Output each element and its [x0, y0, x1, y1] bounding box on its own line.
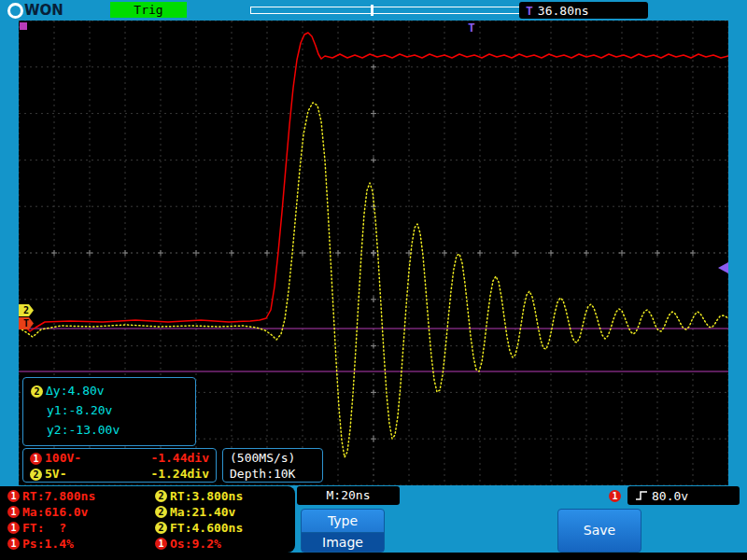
- owon-logo: WON: [7, 2, 63, 19]
- trigger-offset-icon: T: [526, 4, 533, 18]
- trigger-offset-value: 36.80ns: [538, 4, 589, 18]
- save-button[interactable]: Save: [557, 509, 641, 553]
- trigger-level-value: 80.0v: [652, 489, 688, 503]
- ch1-badge: 1: [7, 522, 20, 534]
- ch1-badge: 1: [30, 453, 42, 465]
- cursor-delta-value: Δy:4.80v: [46, 384, 105, 398]
- measure-ch1-rt: 1RT:7.800ns: [7, 488, 155, 504]
- measure-ch2-max: 2Ma:21.40v: [155, 504, 295, 520]
- ch2-badge: 2: [155, 522, 167, 534]
- measure-ch2-rt: 2RT:3.800ns: [155, 488, 295, 504]
- memory-window-bar: [250, 7, 523, 14]
- ch2-position: -1.24div: [150, 466, 209, 482]
- owon-logo-text: WON: [24, 2, 63, 19]
- ch1-info-row: 1100V- -1.44div: [30, 450, 209, 466]
- trigger-offset-readout: T 36.80ns: [519, 2, 648, 19]
- type-button-value: Image: [302, 532, 384, 552]
- ch2-info-row: 25V- -1.24div: [30, 466, 209, 482]
- record-depth: Depth:10K: [230, 466, 316, 482]
- trigger-position-marker[interactable]: T: [468, 21, 475, 35]
- ch1-scale: 1100V-: [30, 450, 81, 466]
- measure-ch1-preshoot: 1Ps:1.4%: [7, 536, 155, 552]
- top-status-bar: WON Trig T 36.80ns: [0, 0, 747, 21]
- type-menu-button[interactable]: Type Image: [301, 509, 385, 553]
- memory-window-tick: [371, 5, 374, 16]
- measure-ch2-ft: 2FT:4.600ns: [155, 520, 295, 536]
- ch2-badge-small: 2: [30, 469, 42, 481]
- cursor-measure-box: 2Δy:4.80v y1:-8.20v y2:-13.00v: [22, 377, 196, 446]
- ch1-badge: 1: [7, 490, 20, 502]
- cursor-delta-row: 2Δy:4.80v: [31, 381, 188, 400]
- owon-logo-o-icon: [7, 3, 23, 19]
- ch1-position: -1.44div: [150, 450, 209, 466]
- ch2-badge: 2: [155, 490, 167, 502]
- ch2-badge: 2: [155, 506, 167, 518]
- cursor-y1-value: y1:-8.20v: [47, 400, 188, 420]
- trigger-level-value-box: 80.0v: [627, 486, 740, 505]
- trigger-level-readout: 1 80.0v: [609, 486, 740, 505]
- scope-display: T 2 T 2Δy:4.80v y1:-8.20v y2:-13.00v 110…: [19, 21, 728, 485]
- measurement-panel: 1RT:7.800ns 2RT:3.800ns 1Ma:616.0v 2Ma:2…: [0, 486, 295, 553]
- sample-rate: (500MS/s): [230, 450, 316, 466]
- measure-ch1-overshoot: 1Os:9.2%: [155, 536, 295, 552]
- rising-edge-icon: [635, 489, 648, 502]
- timebase-readout: M:20ns: [297, 486, 400, 505]
- ch1-badge: 1: [7, 506, 20, 518]
- measure-ch1-ft: 1FT: ?: [7, 520, 155, 536]
- cursor-y2-value: y2:-13.00v: [47, 420, 188, 440]
- ch1-badge: 1: [7, 538, 20, 550]
- type-button-label: Type: [302, 510, 384, 532]
- bottom-black-strip: [0, 553, 747, 560]
- cursor-handle[interactable]: [20, 22, 27, 30]
- measure-ch1-max: 1Ma:616.0v: [7, 504, 155, 520]
- acquisition-info-box: (500MS/s) Depth:10K: [222, 448, 323, 483]
- ch1-badge: 1: [155, 538, 167, 550]
- channel-info-box: 1100V- -1.44div 25V- -1.24div: [22, 448, 217, 483]
- ch2-scale: 25V-: [30, 466, 66, 482]
- ch2-badge: 2: [31, 385, 43, 398]
- trigger-source-badge: 1: [609, 490, 621, 502]
- trig-status-badge: Trig: [110, 2, 187, 18]
